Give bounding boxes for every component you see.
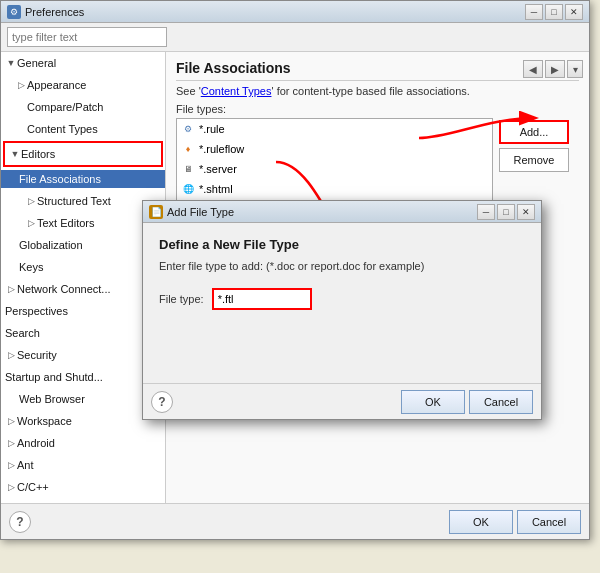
- sidebar-item-general[interactable]: ▼ General: [1, 52, 165, 74]
- list-item[interactable]: ⚙ *.rule: [177, 119, 492, 139]
- sidebar-item-cpp[interactable]: ▷ C/C++: [1, 476, 165, 498]
- file-name-ruleflow: *.ruleflow: [199, 143, 244, 155]
- sidebar-item-ant[interactable]: ▷ Ant: [1, 454, 165, 476]
- expand-arrow-editors: ▼: [9, 148, 21, 160]
- file-name-rule: *.rule: [199, 123, 225, 135]
- panel-description: See 'Content Types' for content-type bas…: [176, 85, 579, 97]
- dialog-icon: 📄: [149, 205, 163, 219]
- expand-arrow-structured: ▷: [25, 195, 37, 207]
- sidebar-label-network: Network Connect...: [17, 283, 111, 295]
- sidebar-label-search: Search: [5, 327, 40, 339]
- sidebar-label-cpp: C/C++: [17, 481, 49, 493]
- button-group: Add... Remove: [499, 118, 579, 172]
- sidebar-item-content-types[interactable]: Content Types: [1, 118, 165, 140]
- sidebar-label-android: Android: [17, 437, 55, 449]
- sidebar-label-text-editors: Text Editors: [37, 217, 94, 229]
- sidebar-label-workspace: Workspace: [17, 415, 72, 427]
- content-types-link[interactable]: Content Types: [201, 85, 272, 97]
- dialog-field-label: File type:: [159, 293, 204, 305]
- expand-arrow-network: ▷: [5, 283, 17, 295]
- add-button[interactable]: Add...: [499, 120, 569, 144]
- expand-arrow-android: ▷: [5, 437, 17, 449]
- file-icon-rule: ⚙: [181, 122, 195, 136]
- sidebar-label-content-types: Content Types: [27, 123, 98, 135]
- sidebar-label-security: Security: [17, 349, 57, 361]
- dialog-minimize-button[interactable]: ─: [477, 204, 495, 220]
- main-ok-button[interactable]: OK: [449, 510, 513, 534]
- dropdown-button[interactable]: ▾: [567, 60, 583, 78]
- main-bottom-bar: ? OK Cancel: [1, 503, 589, 539]
- dialog-ok-button[interactable]: OK: [401, 390, 465, 414]
- sidebar-item-web-browser[interactable]: Web Browser: [1, 388, 165, 410]
- close-button[interactable]: ✕: [565, 4, 583, 20]
- expand-arrow-cpp: ▷: [5, 481, 17, 493]
- dialog-main-title: Define a New File Type: [159, 237, 525, 252]
- dialog-cancel-button[interactable]: Cancel: [469, 390, 533, 414]
- sidebar-label-structured-text: Structured Text: [37, 195, 111, 207]
- dialog-bottom-bar: ? OK Cancel: [143, 383, 541, 419]
- minimize-button[interactable]: ─: [525, 4, 543, 20]
- app-icon: ⚙: [7, 5, 21, 19]
- main-action-buttons: OK Cancel: [449, 510, 581, 534]
- expand-arrow: ▼: [5, 57, 17, 69]
- file-name-server: *.server: [199, 163, 237, 175]
- filter-input[interactable]: [7, 27, 167, 47]
- dialog-field-row: File type:: [159, 288, 525, 310]
- sidebar-item-workspace[interactable]: ▷ Workspace: [1, 410, 165, 432]
- file-name-shtml: *.shtml: [199, 183, 233, 195]
- sidebar-label-perspectives: Perspectives: [5, 305, 68, 317]
- sidebar-item-file-associations[interactable]: File Associations: [1, 168, 165, 190]
- sidebar-label-ant: Ant: [17, 459, 34, 471]
- sidebar-item-compare[interactable]: Compare/Patch: [1, 96, 165, 118]
- sidebar-label-editors: Editors: [21, 148, 55, 160]
- sidebar-item-appearance[interactable]: ▷ Appearance: [1, 74, 165, 96]
- maximize-button[interactable]: □: [545, 4, 563, 20]
- title-bar: ⚙ Preferences ─ □ ✕: [1, 1, 589, 23]
- sidebar-label-web-browser: Web Browser: [19, 393, 85, 405]
- sidebar-label-globalization: Globalization: [19, 239, 83, 251]
- remove-button[interactable]: Remove: [499, 148, 569, 172]
- sidebar-label-file-associations: File Associations: [19, 173, 101, 185]
- expand-arrow-ant: ▷: [5, 459, 17, 471]
- expand-arrow-workspace: ▷: [5, 415, 17, 427]
- sidebar-label-startup: Startup and Shutd...: [5, 371, 103, 383]
- nav-arrows: ◀ ▶ ▾: [523, 60, 583, 78]
- window-controls: ─ □ ✕: [525, 4, 583, 20]
- list-item[interactable]: 🖥 *.server: [177, 159, 492, 179]
- file-types-label: File types:: [176, 103, 579, 115]
- dialog-help-button[interactable]: ?: [151, 391, 173, 413]
- list-item[interactable]: ♦ *.ruleflow: [177, 139, 492, 159]
- expand-arrow-appearance: ▷: [15, 79, 27, 91]
- sidebar-item-perspectives[interactable]: Perspectives: [1, 300, 165, 322]
- panel-title: File Associations: [176, 60, 579, 81]
- dialog-action-buttons: OK Cancel: [401, 390, 533, 414]
- file-type-input[interactable]: [212, 288, 312, 310]
- dialog-description: Enter file type to add: (*.doc or report…: [159, 260, 525, 272]
- sidebar-item-security[interactable]: ▷ Security: [1, 344, 165, 366]
- sidebar-item-globalization[interactable]: Globalization: [1, 234, 165, 256]
- sidebar-item-structured-text[interactable]: ▷ Structured Text: [1, 190, 165, 212]
- main-cancel-button[interactable]: Cancel: [517, 510, 581, 534]
- dialog-close-button[interactable]: ✕: [517, 204, 535, 220]
- file-icon-shtml: 🌐: [181, 182, 195, 196]
- back-button[interactable]: ◀: [523, 60, 543, 78]
- main-help-button[interactable]: ?: [9, 511, 31, 533]
- sidebar-item-startup[interactable]: Startup and Shutd...: [1, 366, 165, 388]
- sidebar-item-editors[interactable]: ▼ Editors: [3, 141, 163, 167]
- list-item[interactable]: 🌐 *.shtml: [177, 179, 492, 199]
- dialog-window-controls: ─ □ ✕: [477, 204, 535, 220]
- sidebar-item-text-editors[interactable]: ▷ Text Editors: [1, 212, 165, 234]
- sidebar-item-android[interactable]: ▷ Android: [1, 432, 165, 454]
- sidebar-item-network[interactable]: ▷ Network Connect...: [1, 278, 165, 300]
- sidebar-label-keys: Keys: [19, 261, 43, 273]
- sidebar-item-keys[interactable]: Keys: [1, 256, 165, 278]
- dialog-title-bar: 📄 Add File Type ─ □ ✕: [143, 201, 541, 223]
- expand-arrow-security: ▷: [5, 349, 17, 361]
- dialog-maximize-button[interactable]: □: [497, 204, 515, 220]
- forward-button[interactable]: ▶: [545, 60, 565, 78]
- sidebar-label-appearance: Appearance: [27, 79, 86, 91]
- sidebar-item-search[interactable]: Search: [1, 322, 165, 344]
- window-title: Preferences: [25, 6, 84, 18]
- dialog-window-title: Add File Type: [167, 206, 234, 218]
- dialog-title-left: 📄 Add File Type: [149, 205, 234, 219]
